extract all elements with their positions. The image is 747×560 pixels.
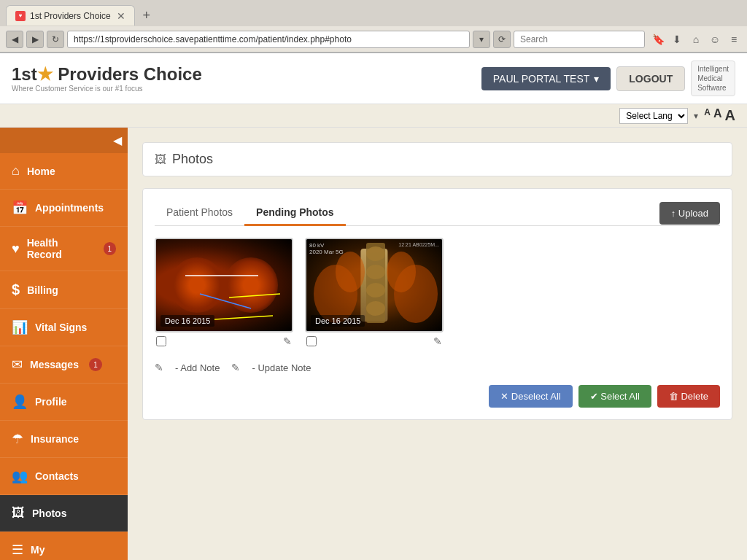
heart-icon: ♥ xyxy=(12,241,20,257)
add-note-icon: ✎ xyxy=(155,362,163,373)
sidebar-item-insurance[interactable]: ☂ Insurance xyxy=(0,421,128,458)
update-note-icon: ✎ xyxy=(231,362,240,373)
sidebar-item-billing[interactable]: $ Billing xyxy=(0,271,128,309)
tab-patient-photos[interactable]: Patient Photos xyxy=(155,201,244,226)
messages-badge: 1 xyxy=(89,358,102,371)
photo-edit-icon-2[interactable]: ✎ xyxy=(433,335,442,347)
sidebar-billing-label: Billing xyxy=(27,284,58,296)
upload-btn[interactable]: ↑ Upload xyxy=(659,202,720,225)
back-btn[interactable]: ◀ xyxy=(6,31,23,48)
sidebar-item-health-record[interactable]: ♥ Health Record 1 xyxy=(0,227,128,271)
sidebar-item-messages[interactable]: ✉ Messages 1 xyxy=(0,346,128,384)
sidebar-home-label: Home xyxy=(27,166,55,177)
browser-search-input[interactable] xyxy=(514,31,645,48)
language-select[interactable]: Select Lang xyxy=(619,108,688,124)
reload-btn[interactable]: ⟳ xyxy=(493,31,511,48)
forward-btn[interactable]: ▶ xyxy=(26,31,44,48)
action-buttons: ✕ Deselect All ✔ Select All 🗑 Delete xyxy=(155,385,720,408)
sidebar-profile-label: Profile xyxy=(35,396,67,408)
tab-pending-photos[interactable]: Pending Photos xyxy=(244,201,346,226)
menu-icon[interactable]: ≡ xyxy=(727,32,741,47)
portal-user-btn[interactable]: PAUL PORTAL TEST ▾ xyxy=(481,67,611,90)
logo-1st: 1st xyxy=(12,64,37,84)
header-actions: PAUL PORTAL TEST ▾ LOGOUT IntelligentMed… xyxy=(481,61,735,96)
sidebar-insurance-label: Insurance xyxy=(31,433,79,445)
font-medium-btn[interactable]: A xyxy=(713,107,722,124)
user-icon[interactable]: ☺ xyxy=(708,32,722,47)
logo-main: 1st★ Providers Choice xyxy=(12,64,202,85)
svg-point-6 xyxy=(366,265,385,279)
logo-text: 1st★ Providers Choice xyxy=(12,64,202,84)
photo-edit-icon-1[interactable]: ✎ xyxy=(283,335,292,347)
photo-checkbox-2[interactable] xyxy=(306,336,317,346)
logo-tagline: Where Customer Service is our #1 focus xyxy=(12,85,202,93)
logo-star: ★ xyxy=(37,64,53,84)
photos-icon: 🖼 xyxy=(12,505,25,521)
url-bar[interactable] xyxy=(67,31,470,48)
sidebar-collapse-btn[interactable]: ◀ xyxy=(0,128,128,153)
svg-line-2 xyxy=(214,316,273,319)
photos-grid: Dec 16 2015 ✎ xyxy=(155,238,720,350)
photo-date-1: Dec 16 2015 xyxy=(160,315,214,327)
sidebar-item-home[interactable]: ⌂ Home xyxy=(0,153,128,190)
main-content: 🖼 Photos Patient Photos Pending Photos ↑… xyxy=(128,128,747,560)
logo-brand: Providers Choice xyxy=(58,64,201,84)
sidebar-item-my[interactable]: ☰ My xyxy=(0,532,128,560)
sidebar-my-label: My xyxy=(31,544,44,556)
photo-frame-1[interactable]: Dec 16 2015 xyxy=(155,238,293,332)
umbrella-icon: ☂ xyxy=(12,431,23,447)
new-tab-btn[interactable]: + xyxy=(138,7,155,24)
tab-title: 1st Providers Choice xyxy=(30,11,111,21)
home-nav-icon[interactable]: ⌂ xyxy=(689,32,703,47)
browser-tab[interactable]: ♥ 1st Providers Choice ✕ xyxy=(6,5,135,26)
svg-point-5 xyxy=(366,246,385,261)
sidebar-item-appointments[interactable]: 📅 Appointments xyxy=(0,190,128,227)
page-title: Photos xyxy=(172,152,213,167)
font-small-btn[interactable]: A xyxy=(704,107,711,124)
bookmark-icon[interactable]: 🔖 xyxy=(651,32,665,47)
svg-point-7 xyxy=(366,283,385,298)
sidebar-contacts-label: Contacts xyxy=(35,470,79,482)
portal-dropdown-icon: ▾ xyxy=(594,73,599,85)
calendar-icon: 📅 xyxy=(12,200,28,216)
tab-favicon: ♥ xyxy=(15,11,26,21)
ct-series-2: 12:21 AB0225M... xyxy=(398,242,439,247)
photos-header-icon: 🖼 xyxy=(155,153,166,166)
download-icon[interactable]: ⬇ xyxy=(670,32,684,47)
ct-info-2: 80 kV 2020 Mar 5G xyxy=(309,242,344,255)
svg-line-3 xyxy=(229,294,280,298)
photos-tabs: Patient Photos Pending Photos ↑ Upload xyxy=(155,201,720,226)
billing-icon: $ xyxy=(12,281,20,298)
sidebar-appointments-label: Appointments xyxy=(35,202,104,214)
sidebar-item-contacts[interactable]: 👥 Contacts xyxy=(0,458,128,495)
app-header: 1st★ Providers Choice Where Customer Ser… xyxy=(0,53,747,104)
ims-text: IntelligentMedicalSoftware xyxy=(697,64,729,93)
dropdown-btn[interactable]: ▾ xyxy=(473,31,490,48)
note-legend: ✎ - Add Note ✎ - Update Note xyxy=(155,362,720,373)
select-all-btn[interactable]: ✔ Select All xyxy=(578,385,651,408)
collapse-icon: ◀ xyxy=(113,133,122,147)
app-body: ◀ ⌂ Home 📅 Appointments ♥ Health Record … xyxy=(0,128,747,560)
font-large-btn[interactable]: A xyxy=(725,107,735,124)
svg-point-8 xyxy=(366,301,385,316)
sidebar-messages-label: Messages xyxy=(30,359,79,370)
sidebar-photos-label: Photos xyxy=(32,508,66,519)
sidebar-item-vital-signs[interactable]: 📊 Vital Signs xyxy=(0,309,128,346)
tab-close-btn[interactable]: ✕ xyxy=(117,10,125,22)
photo-item-2: 80 kV 2020 Mar 5G 12:21 AB0225M... Dec 1… xyxy=(305,238,444,350)
refresh-btn[interactable]: ↻ xyxy=(47,31,64,48)
photo-frame-2[interactable]: 80 kV 2020 Mar 5G 12:21 AB0225M... Dec 1… xyxy=(305,238,444,332)
update-note-label: - Update Note xyxy=(252,362,311,373)
sidebar-item-profile[interactable]: 👤 Profile xyxy=(0,384,128,421)
photo-checkbox-1[interactable] xyxy=(156,336,166,346)
sidebar-item-photos[interactable]: 🖼 Photos xyxy=(0,495,128,532)
my-icon: ☰ xyxy=(12,542,23,558)
person-icon: 👤 xyxy=(12,394,28,410)
deselect-all-btn[interactable]: ✕ Deselect All xyxy=(489,385,573,408)
logout-btn[interactable]: LOGOUT xyxy=(616,66,685,91)
font-controls: A A A xyxy=(704,107,735,124)
logo: 1st★ Providers Choice Where Customer Ser… xyxy=(12,64,202,93)
photo-controls-1: ✎ xyxy=(155,332,293,350)
delete-btn[interactable]: 🗑 Delete xyxy=(657,385,720,408)
add-note-label: - Add Note xyxy=(175,362,220,373)
